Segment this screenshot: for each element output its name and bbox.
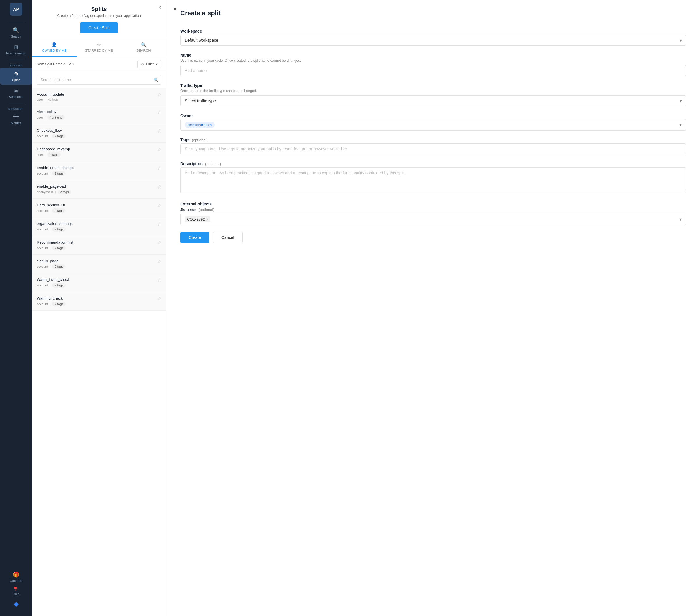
- jira-optional-label: (optional): [199, 207, 214, 212]
- star-button[interactable]: ☆: [155, 184, 161, 190]
- traffic-type-select[interactable]: Select traffic type: [180, 95, 686, 106]
- split-type: account: [37, 209, 48, 213]
- star-button[interactable]: ☆: [155, 128, 161, 134]
- separator: |: [50, 265, 51, 268]
- star-button[interactable]: ☆: [155, 296, 161, 301]
- star-button[interactable]: ☆: [155, 221, 161, 227]
- split-search-input[interactable]: [37, 75, 161, 85]
- create-split-button[interactable]: Create Split: [80, 23, 118, 33]
- star-button[interactable]: ☆: [155, 110, 161, 115]
- split-list-item[interactable]: Warning_check account | 2 tags ☆: [32, 292, 166, 311]
- sidebar-item-upgrade[interactable]: 🎁 Upgrade: [8, 569, 25, 585]
- description-textarea[interactable]: [180, 167, 686, 193]
- split-type: account: [37, 302, 48, 306]
- action-buttons: Create Cancel: [180, 232, 686, 243]
- split-list-item[interactable]: Checkout_flow account | 2 tags ☆: [32, 124, 166, 143]
- sidebar-item-help[interactable]: ❓ Help: [11, 585, 22, 598]
- split-tags: 2 tags: [52, 208, 66, 213]
- star-button[interactable]: ☆: [155, 147, 161, 152]
- split-item-meta: account | 2 tags: [37, 134, 155, 138]
- description-section: Description (optional): [180, 162, 686, 195]
- splits-panel-title: Splits: [39, 6, 159, 13]
- split-tags: 2 tags: [52, 301, 66, 306]
- split-item-name: Alert_policy: [37, 110, 155, 114]
- split-list-item[interactable]: organization_settings account | 2 tags ☆: [32, 217, 166, 236]
- workspace-select[interactable]: Default workspace: [180, 35, 686, 46]
- split-item-meta: user | No tags: [37, 98, 155, 101]
- split-item-name: enable_email_change: [37, 166, 155, 170]
- split-item-meta: user | front-end: [37, 115, 155, 120]
- sidebar-item-metrics[interactable]: 〰 Metrics: [0, 111, 32, 128]
- search-tab-icon: 🔍: [141, 42, 147, 48]
- sidebar-item-splits[interactable]: ⊕ Splits: [0, 68, 32, 85]
- filter-button[interactable]: ⚙ Filter ▾: [137, 60, 161, 68]
- owner-select[interactable]: Administrators ▾: [180, 119, 686, 130]
- sort-selector[interactable]: Sort: Split Name A→Z ▾: [37, 62, 74, 66]
- sidebar-item-environments[interactable]: ⊞ Environments: [0, 41, 32, 58]
- sidebar-item-search[interactable]: 🔍 Search: [0, 24, 32, 41]
- split-item-name: Dashboard_revamp: [37, 147, 155, 151]
- create-button[interactable]: Create: [180, 232, 209, 243]
- create-split-panel: × Create a split Workspace Default works…: [166, 0, 700, 616]
- separator: |: [55, 190, 56, 194]
- split-list-item[interactable]: enable_email_change account | 2 tags ☆: [32, 162, 166, 180]
- split-item-meta: anonymous | 2 tags: [37, 190, 155, 194]
- tags-input[interactable]: [180, 143, 686, 154]
- jira-tag-remove-button[interactable]: ×: [206, 217, 208, 221]
- jira-issue-input[interactable]: COE-2792 × ▾: [180, 214, 686, 225]
- workspace-select-wrapper: Default workspace: [180, 35, 686, 46]
- avatar[interactable]: AP: [10, 3, 23, 16]
- split-list-item[interactable]: enable_pageload anonymous | 2 tags ☆: [32, 180, 166, 199]
- separator: |: [45, 116, 46, 119]
- traffic-type-sublabel: Once created, the traffic type cannot be…: [180, 89, 686, 93]
- tab-search[interactable]: 🔍 SEARCH: [121, 38, 166, 57]
- split-tags: 2 tags: [52, 134, 66, 138]
- split-item-info: signup_page account | 2 tags: [37, 259, 155, 269]
- star-button[interactable]: ☆: [155, 240, 161, 246]
- sidebar-upgrade-label: Upgrade: [10, 579, 22, 582]
- sort-text: Sort:: [37, 62, 44, 66]
- split-item-info: Warm_invite_check account | 2 tags: [37, 278, 155, 287]
- separator: |: [50, 134, 51, 138]
- cancel-button[interactable]: Cancel: [213, 232, 243, 243]
- sidebar-item-label: Environments: [6, 52, 26, 55]
- split-item-name: signup_page: [37, 259, 155, 263]
- split-list-item[interactable]: Recommendation_list account | 2 tags ☆: [32, 236, 166, 255]
- tab-starred-by-me[interactable]: ☆ STARRED BY ME: [77, 38, 121, 57]
- split-item-meta: account | 2 tags: [37, 264, 155, 269]
- split-list-item[interactable]: Warm_invite_check account | 2 tags ☆: [32, 273, 166, 292]
- tab-owned-label: OWNED BY ME: [42, 49, 67, 52]
- name-section: Name Use this name in your code. Once cr…: [180, 53, 686, 76]
- star-button[interactable]: ☆: [155, 203, 161, 208]
- sidebar-item-label: Splits: [12, 78, 20, 81]
- star-button[interactable]: ☆: [155, 259, 161, 264]
- sidebar-item-label: Search: [11, 35, 21, 38]
- split-item-name: Checkout_flow: [37, 128, 155, 132]
- split-list-item[interactable]: Dashboard_revamp user | 2 tags ☆: [32, 143, 166, 162]
- split-list-item[interactable]: Hero_section_UI account | 2 tags ☆: [32, 199, 166, 217]
- split-list-item[interactable]: Alert_policy user | front-end ☆: [32, 105, 166, 124]
- tab-owned-by-me[interactable]: 👤 OWNED BY ME: [32, 38, 77, 57]
- create-split-close-button[interactable]: ×: [173, 6, 177, 13]
- star-button[interactable]: ☆: [155, 92, 161, 98]
- split-list-item[interactable]: Account_update user | No tags ☆: [32, 88, 166, 105]
- split-type: account: [37, 172, 48, 175]
- split-tags: 2 tags: [52, 171, 66, 176]
- split-item-info: enable_email_change account | 2 tags: [37, 166, 155, 176]
- jira-chevron-icon: ▾: [679, 217, 682, 222]
- splits-panel-close-button[interactable]: ×: [158, 5, 161, 11]
- segments-icon: ◎: [14, 87, 18, 94]
- sidebar-item-segments[interactable]: ◎ Segments: [0, 85, 32, 101]
- split-item-meta: account | 2 tags: [37, 283, 155, 287]
- split-list: Account_update user | No tags ☆ Alert_po…: [32, 88, 166, 616]
- measure-section-label: MEASURE: [9, 107, 24, 111]
- star-button[interactable]: ☆: [155, 278, 161, 283]
- traffic-type-label: Traffic type: [180, 83, 686, 88]
- split-list-item[interactable]: signup_page account | 2 tags ☆: [32, 255, 166, 273]
- star-button[interactable]: ☆: [155, 166, 161, 171]
- name-input[interactable]: [180, 65, 686, 76]
- split-item-info: Alert_policy user | front-end: [37, 110, 155, 120]
- main-area: × Splits Create a feature flag or experi…: [32, 0, 700, 616]
- split-item-info: Hero_section_UI account | 2 tags: [37, 203, 155, 213]
- split-tags: 2 tags: [47, 152, 61, 157]
